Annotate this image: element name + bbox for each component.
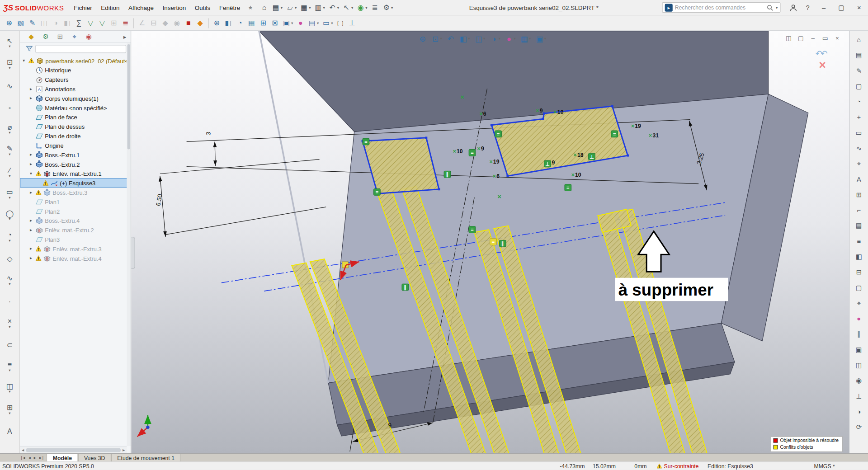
display-style-wireframe-icon[interactable]: ⊞ [257, 16, 269, 29]
constraint-icon[interactable]: = [611, 131, 618, 137]
scrollbar-thumb[interactable] [127, 44, 130, 150]
mirror-entities-icon[interactable]: ◫▾ [1, 377, 18, 399]
select-arrow-icon[interactable]: ↖▾ [1, 32, 18, 54]
sketch-dimension-value[interactable]: ×9 [477, 146, 484, 152]
filter-funnel-icon[interactable] [25, 45, 33, 52]
undo-icon[interactable]: ↶▾ [326, 1, 340, 14]
menu-fichier[interactable]: Fichier [69, 0, 96, 15]
search-caret-icon[interactable]: ▾ [776, 5, 778, 10]
sketch-pencil-icon[interactable]: ✎ [850, 63, 867, 79]
tree-horizontal-scrollbar[interactable]: ◄ ► [20, 446, 127, 453]
units-selector[interactable]: MMGS ▾ [814, 463, 835, 469]
dropdown-caret-icon[interactable]: ▾ [529, 36, 531, 41]
tree-item-origine[interactable]: Origine [20, 141, 131, 150]
expand-arrow-icon[interactable]: ▸ [28, 256, 33, 261]
previous-view-icon[interactable]: ↶ [445, 33, 457, 44]
minimize-doc-icon[interactable]: – [808, 33, 818, 43]
trim-entities-icon[interactable]: ×▾ [1, 313, 18, 334]
rotate-tool-icon[interactable]: ⟳ [850, 419, 867, 435]
expand-arrow-icon[interactable]: ▸ [28, 162, 33, 167]
displaymanager-tab-icon[interactable]: ◉ [84, 32, 94, 42]
section-tool-icon[interactable]: ◧ [850, 249, 867, 264]
3d-scene[interactable]: 36.503.259 ×6×9×10×10×9×19×9×18×19×31×6×… [131, 31, 849, 453]
expand-arrow-icon[interactable]: ▾ [28, 171, 33, 176]
select-icon[interactable]: ↖▾ [341, 1, 355, 14]
performance-evaluation-icon[interactable]: ◆ [194, 16, 206, 29]
crosshair-tool-icon[interactable]: ⌖ [850, 296, 867, 311]
sketch-dimension-value[interactable]: ×9 [536, 108, 542, 114]
square-tool-icon[interactable]: ▢ [850, 280, 867, 296]
zoom-to-area-icon[interactable]: ⊡▾ [429, 33, 443, 44]
edit-appearance-icon[interactable]: ●▾ [503, 33, 517, 44]
plus-tool-icon[interactable]: + [850, 109, 867, 125]
dropdown-caret-icon[interactable]: ▾ [351, 5, 353, 10]
tree-item-plan3[interactable]: Plan3 [20, 235, 131, 244]
tree-item-plan2[interactable]: Plan2 [20, 207, 131, 216]
close-sketch-icon[interactable]: × [819, 61, 826, 70]
menu-outils[interactable]: Outils [190, 0, 215, 15]
filter-faces-icon[interactable]: ▽ [96, 16, 108, 29]
camera-icon[interactable]: ▢ [335, 16, 346, 29]
dropdown-caret-icon[interactable]: ▾ [483, 36, 485, 41]
linear-pattern-icon[interactable]: ⊞▾ [1, 399, 18, 421]
perpendicular-tool-icon[interactable]: ⊥ [850, 389, 867, 404]
dropdown-caret-icon[interactable]: ▾ [337, 5, 339, 10]
dropdown-caret-icon[interactable]: ▾ [365, 5, 367, 10]
tree-item-enl-v-mat-extru-1[interactable]: ▾Enlèv. mat.-Extru.1 [20, 169, 131, 178]
constraint-icon[interactable]: × [460, 94, 464, 101]
tab-next-icon[interactable]: ► [33, 456, 37, 460]
tile-windows-icon[interactable]: ◫ [783, 33, 794, 43]
lasso-select-icon[interactable]: ∿ [1, 75, 18, 97]
tab-prev-icon[interactable]: ◄ [28, 456, 31, 460]
dropdown-caret-icon[interactable]: ▾ [9, 66, 10, 70]
view-orientation-icon[interactable]: ⊠ [269, 16, 281, 29]
sheet-tool-icon[interactable]: ▤ [850, 218, 867, 233]
minus-box-tool-icon[interactable]: ⊟ [850, 264, 867, 280]
expand-arrow-icon[interactable]: ▸ [28, 96, 33, 101]
constraint-icon[interactable]: ⊥ [544, 160, 551, 167]
view-settings-icon[interactable]: ▣▾ [534, 33, 548, 44]
dropdown-caret-icon[interactable]: ▾ [391, 5, 393, 10]
rect-tool-icon[interactable]: ▭ [850, 125, 867, 141]
zoom-to-fit-icon[interactable]: ⊕ [211, 16, 223, 29]
quick-snaps-icon[interactable]: ≣ [119, 16, 131, 29]
tree-item-boss-extru-1[interactable]: ▸Boss.-Extru.1 [20, 150, 131, 160]
tree-item-plan-de-droite[interactable]: Plan de droite [20, 131, 131, 141]
sketch-dimension-value[interactable]: ×10 [571, 172, 581, 178]
tree-item-boss-extru-2[interactable]: ▸Boss.-Extru.2 [20, 160, 131, 169]
propertymanager-tab-icon[interactable]: ⚙ [41, 32, 51, 42]
edit-appearance-icon[interactable]: ● [295, 16, 307, 29]
dropdown-caret-icon[interactable]: ▾ [323, 5, 325, 10]
sketch-dimension-value[interactable]: ×19 [489, 159, 499, 165]
graphics-viewport[interactable]: 36.503.259 ×6×9×10×10×9×19×9×18×19×31×6×… [131, 31, 849, 453]
rectangle-icon[interactable]: ▭▾ [1, 183, 18, 205]
spline-icon[interactable]: ∿▾ [1, 269, 18, 291]
constraint-icon[interactable]: = [565, 184, 571, 191]
constraint-icon[interactable]: = [374, 189, 381, 196]
pin-menu-icon[interactable]: ★ [245, 5, 256, 10]
tree-item-enl-v-mat-extru-4[interactable]: ▸Enlèv. mat.-Extru.4 [20, 254, 131, 263]
close-button[interactable]: × [850, 0, 868, 15]
apply-scene-icon[interactable]: ▦▾ [519, 33, 533, 44]
dropdown-caret-icon[interactable]: ▾ [9, 239, 10, 243]
tree-item-boss-extru-4[interactable]: ▸Boss.-Extru.4 [20, 216, 131, 226]
frame-icon[interactable]: ▣▾ [281, 16, 295, 29]
tree-item-historique[interactable]: Historique [20, 65, 131, 75]
rebuild-icon[interactable]: ◉▾ [355, 1, 369, 14]
grid-tool-icon[interactable]: ⊞ [850, 187, 867, 202]
hide-show-items-icon[interactable]: ◑▾ [488, 33, 502, 44]
expand-arrow-icon[interactable]: ▾ [21, 58, 27, 63]
centerline-tool-icon[interactable]: ∥ [850, 326, 867, 342]
half-tool-icon[interactable]: ◑ [850, 404, 867, 419]
dropdown-caret-icon[interactable]: ▾ [317, 21, 319, 25]
sketch-dimension-value[interactable]: ×18 [574, 152, 584, 158]
text-note-icon[interactable]: A [850, 172, 867, 187]
units-caret-icon[interactable]: ▾ [833, 464, 835, 468]
exit-sketch-icon[interactable]: ↶↶ [816, 49, 826, 59]
tree-filter-input[interactable] [35, 45, 126, 53]
dropdown-caret-icon[interactable]: ▾ [9, 152, 10, 157]
section-view-icon[interactable]: ◧▾ [458, 33, 472, 44]
dropdown-caret-icon[interactable]: ▾ [514, 36, 515, 41]
mirror-tool-icon[interactable]: ◫ [850, 357, 867, 373]
tree-item-capteurs[interactable]: Capteurs [20, 75, 131, 84]
